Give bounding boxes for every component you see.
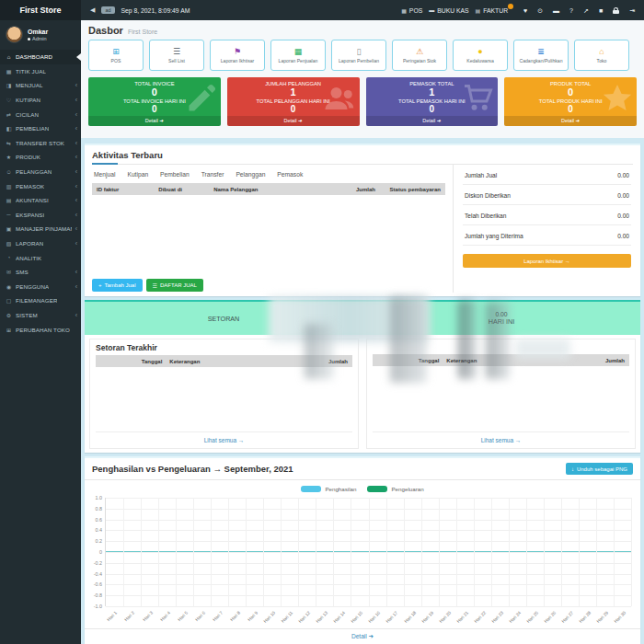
add-sale-button[interactable]: +Tambah Jual [92,279,143,292]
sidebar-item-perubahan-toko[interactable]: ⊞ PERUBAHAN TOKO [0,322,81,337]
view-all-link[interactable]: Lihat semua → [373,431,629,444]
sidebar-item-sms[interactable]: ✉ SMS ‹ [0,265,81,280]
lock-icon[interactable] [613,7,619,14]
sidebar-item-pemasok[interactable]: ▥ PEMASOK ‹ [0,178,81,193]
quick-button-laporan-pembelian[interactable]: ▯ Laporan Pembelian [331,40,386,71]
overview-report-button[interactable]: Laporan Ikhtisar → [463,254,631,268]
ad-image-icon: ad [101,6,114,14]
legend-swatch [301,486,321,492]
quick-button-cadangkan-pulihkan[interactable]: ≣ Cadangkan/Pulihkan [513,40,569,71]
sidebar-item-kutipan[interactable]: ♡ KUTIPAN ‹ [0,93,81,108]
notification-badge [508,4,513,9]
sidebar-item-pelanggan[interactable]: ☺ PELANGGAN ‹ [0,165,81,179]
stat-card-jumlah-pelanggan[interactable]: JUMLAH PELANGGAN 1 TOTAL PELANGGAN HARI … [227,77,360,126]
sidebar-item-filemanager[interactable]: ▢ FILEMANAGER [0,293,81,308]
tab-transfer[interactable]: Transfer [201,171,224,178]
page-title: Dasbor [88,25,123,36]
income-expense-chart-card: Penghasilan vs Pengeluaran → September, … [85,456,640,644]
tab-pemasok[interactable]: Pemasok [277,171,303,178]
chart-plot [105,498,631,606]
heart-icon[interactable]: ♥ [523,7,527,14]
sale-list-button[interactable]: ☰DAFTAR JUAL [146,279,203,292]
chevron-left-icon: ‹ [75,312,77,318]
circle-arrow-icon: ➜ [298,118,303,123]
chart-detail-link[interactable]: Detail ➜ [85,628,640,644]
fullscreen-icon[interactable]: ■ [599,7,603,14]
sales-summary-panel: Jumlah Jual 0.00 Diskon Diberikan 0.00 T… [453,165,633,293]
logout-icon[interactable]: ⇥ [629,7,635,14]
brand-title[interactable]: First Store [0,0,81,20]
history-icon[interactable]: ⊙ [537,7,543,14]
sidebar-item-pembelian[interactable]: ◧ PEMBELIAN ‹ [0,121,81,136]
sidebar-item-transfer-stok[interactable]: ⇆ TRANSFER STOK ‹ [0,136,81,151]
quick-button-pos[interactable]: ⊞ POS [88,40,144,71]
column-header: Status pembayaran [375,187,441,192]
sidebar-item-produk[interactable]: ★ PRODUK ‹ [0,150,81,165]
sidebar-item-manajer-pinjaman[interactable]: ▣ MANAJER PINJAMAN ‹ [0,222,81,236]
stat-detail-link[interactable]: Detail ➜ [366,116,499,126]
activity-table-body [92,195,445,276]
user-panel[interactable]: Omkar Admin [0,20,81,50]
topbar-link-pos[interactable]: ▦ POS [401,7,422,14]
view-all-link[interactable]: Lihat semua → [96,431,352,444]
tab-kutipan[interactable]: Kutipan [127,171,148,178]
sidebar-item-dashboard[interactable]: ⌂ DASHBOARD [0,50,81,64]
sidebar-collapse-icon[interactable]: ◀ [90,6,95,14]
quick-button-icon: ≣ [537,48,545,56]
list-icon: ☰ [153,282,157,289]
legend-item-penghasilan[interactable]: Penghasilan [301,486,356,492]
banner-right-value: 0.00 [495,311,507,317]
page-subtitle: First Store [128,29,157,35]
topbar-link-buku-kas[interactable]: ▬ BUKU KAS [429,7,468,14]
stat-detail-link[interactable]: Detail ➜ [504,116,637,126]
sidebar-item-menjual[interactable]: ◨ MENJUAL ‹ [0,78,81,93]
sidebar-item-titik-jual[interactable]: ▦ TITIK JUAL [0,64,81,79]
download-icon: ↓ [571,466,574,472]
help-icon[interactable]: ? [569,7,573,14]
quick-button-peringatan-stok[interactable]: ⚠ Peringatan Stok [392,40,447,71]
tab-pembelian[interactable]: Pembelian [160,171,190,178]
deposits-banner: SETORAN 0.00 HARI INI [85,300,640,335]
expand-icon[interactable]: ↗ [583,7,589,14]
sidebar-item-laporan[interactable]: ▧ LAPORAN ‹ [0,236,81,251]
chart-x-axis: Hari 1Hari 2Hari 3Hari 4Hari 5Hari 6Hari… [105,607,631,628]
tab-menjual[interactable]: Menjual [94,171,115,178]
tab-pelanggan[interactable]: Pelanggan [236,171,265,178]
quick-button-laporan-penjualan[interactable]: ▦ Laporan Penjualan [270,40,326,71]
chevron-left-icon: ‹ [75,168,77,175]
expenses-table-header: Tanggal Keterangan Jumlah [373,354,629,366]
sidebar-item-icon: ⊞ [6,327,12,333]
stat-detail-link[interactable]: Detail ➜ [88,116,221,126]
stat-card-total-invoice[interactable]: TOTAL INVOICE 0 TOTAL INVOICE HARI INI 0… [88,77,221,126]
deposits-table-header: Tanggal Keterangan Jumlah [96,355,352,367]
sidebar-item-icon: ✉ [6,269,12,275]
chevron-left-icon: ‹ [75,125,77,132]
stat-cards-row: TOTAL INVOICE 0 TOTAL INVOICE HARI INI 0… [88,77,637,126]
stat-card-pemasok-total[interactable]: PEMASOK TOTAL 1 TOTAL PEMASOK HARI INI 0… [366,77,499,126]
column-header: Jumlah [330,187,375,192]
banner-right-label: HARI INI [489,317,514,326]
sidebar-item-ekspansi[interactable]: ─ EKSPANSI ‹ [0,208,81,223]
quick-button-kedaluwarsa[interactable]: ● Kedaluwarsa [453,40,508,71]
stat-card-produk-total[interactable]: PRODUK TOTAL 0 TOTAL PRODUK HARI INI 0 D… [504,77,637,126]
stat-detail-link[interactable]: Detail ➜ [227,116,360,126]
sidebar-item-analitik[interactable]: ◔ ANALITIK [0,250,81,265]
chart-legend: Penghasilan Pengeluaran [85,480,640,495]
sidebar-item-cicilan[interactable]: ⇄ CICILAN ‹ [0,107,81,121]
sidebar-item-sistem[interactable]: ⚙ SISTEM ‹ [0,308,81,323]
wallet-icon[interactable]: ▬ [553,7,559,14]
sidebar-item-akuntansi[interactable]: ▤ AKUNTANSI ‹ [0,193,81,208]
status-dot [28,38,30,40]
download-png-button[interactable]: ↓ Unduh sebagai PNG [566,463,633,475]
legend-item-pengeluaran[interactable]: Pengeluaran [367,486,423,492]
quick-button-icon: ⚑ [234,48,241,56]
sidebar-item-icon: ▣ [6,225,12,232]
topbar-link-faktur[interactable]: ▤ FAKTUR [476,7,508,14]
quick-button-toko[interactable]: ⌂ Toko [574,40,629,71]
quick-button-laporan-ikhtisar[interactable]: ⚑ Laporan Ikhtisar [210,40,265,71]
quick-button-sell-list[interactable]: ☰ Sell List [149,40,204,71]
chevron-left-icon: ‹ [75,111,77,118]
sidebar-item-icon: ▦ [6,68,12,75]
column-header: Jumlah [273,359,348,364]
sidebar-item-pengguna[interactable]: ◉ PENGGUNA ‹ [0,280,81,294]
